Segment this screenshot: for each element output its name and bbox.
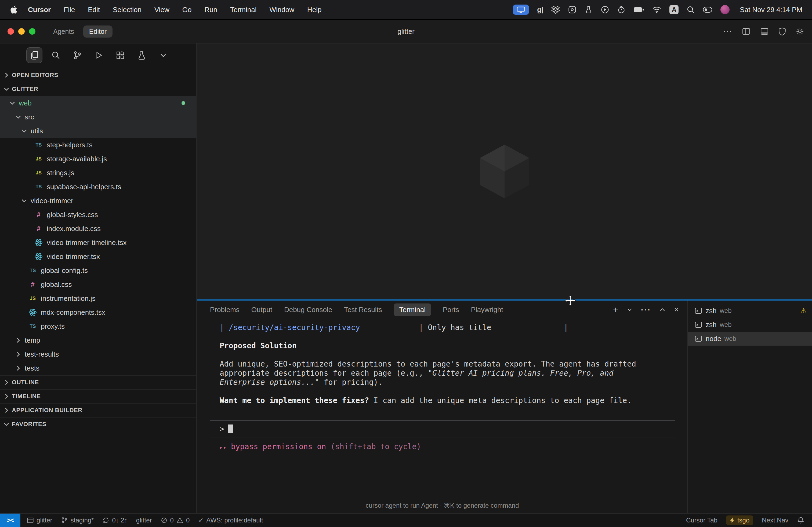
file-mdx-components-tsx[interactable]: mdx-components.tsx bbox=[0, 305, 196, 319]
file-index-module-css[interactable]: #index.module.css bbox=[0, 222, 196, 236]
activity-more-chevron-icon[interactable] bbox=[156, 48, 171, 63]
folder-src[interactable]: src bbox=[0, 110, 196, 124]
file-instrumentation-js[interactable]: JSinstrumentation.js bbox=[0, 291, 196, 305]
folder-web[interactable]: web bbox=[0, 96, 196, 110]
titlebar-more-button[interactable]: ··· bbox=[723, 27, 733, 36]
control-center-icon[interactable] bbox=[703, 6, 712, 13]
tab-debug-console[interactable]: Debug Console bbox=[284, 306, 332, 314]
terminal-dropdown-chevron-icon[interactable] bbox=[626, 306, 633, 313]
window-titlebar[interactable]: Agents Editor glitter ··· bbox=[0, 20, 812, 44]
menu-view[interactable]: View bbox=[155, 6, 170, 14]
section-glitter[interactable]: GLITTER bbox=[0, 82, 196, 96]
app-box-icon[interactable] bbox=[568, 5, 577, 14]
tab-problems[interactable]: Problems bbox=[210, 306, 240, 314]
activity-run-debug-icon[interactable] bbox=[91, 48, 106, 63]
terminal-session-node-2[interactable]: nodeweb bbox=[688, 332, 812, 346]
status-tsgo[interactable]: tsgo bbox=[726, 515, 753, 525]
menu-selection[interactable]: Selection bbox=[113, 6, 142, 14]
spotlight-icon[interactable] bbox=[686, 6, 695, 14]
tab-playwright[interactable]: Playwright bbox=[471, 306, 503, 314]
menu-cursor[interactable]: Cursor bbox=[28, 6, 51, 14]
section-application-builder[interactable]: APPLICATION BUILDER bbox=[0, 403, 196, 417]
file-step-helpers-ts[interactable]: TSstep-helpers.ts bbox=[0, 138, 196, 152]
menu-help[interactable]: Help bbox=[307, 6, 321, 14]
tab-test-results[interactable]: Test Results bbox=[344, 306, 382, 314]
notifications-bell[interactable] bbox=[797, 516, 804, 524]
file-supabase-api-helpers-ts[interactable]: TSsupabase-api-helpers.ts bbox=[0, 180, 196, 194]
dropbox-icon[interactable] bbox=[551, 5, 560, 14]
file-global-styles-css[interactable]: #global-styles.css bbox=[0, 208, 196, 222]
input-source-icon[interactable]: A bbox=[669, 5, 679, 14]
menu-go[interactable]: Go bbox=[182, 6, 192, 14]
activity-search-icon[interactable] bbox=[48, 48, 63, 63]
status-workspace[interactable]: glitter bbox=[27, 516, 52, 524]
status-next-nav[interactable]: Next.Nav bbox=[762, 516, 788, 524]
tab-terminal[interactable]: Terminal bbox=[394, 303, 431, 316]
status-aws[interactable]: ✓ AWS: profile:default bbox=[198, 516, 263, 524]
apple-menu[interactable] bbox=[10, 5, 17, 14]
new-terminal-button[interactable]: + bbox=[613, 304, 619, 315]
activity-source-control-icon[interactable] bbox=[70, 48, 85, 63]
play-circle-icon[interactable] bbox=[601, 5, 609, 14]
file-video-trimmer-timeline-tsx[interactable]: video-trimmer-timeline.tsx bbox=[0, 236, 196, 250]
tab-output[interactable]: Output bbox=[251, 306, 272, 314]
menubar-clock[interactable]: Sat Nov 29 4:14 PM bbox=[740, 6, 802, 14]
activity-extensions-icon[interactable] bbox=[113, 48, 128, 63]
panel-more-button[interactable]: ··· bbox=[641, 305, 651, 315]
section-favorites[interactable]: FAVORITES bbox=[0, 417, 196, 431]
minimize-window-button[interactable] bbox=[18, 28, 25, 35]
stopwatch-icon[interactable] bbox=[617, 5, 625, 14]
remote-indicator[interactable]: >< bbox=[0, 514, 20, 527]
terminal-content[interactable]: | /security/ai-security-privacy | Only h… bbox=[197, 319, 687, 513]
status-problems[interactable]: 0 0 bbox=[161, 516, 190, 524]
section-open-editors[interactable]: OPEN EDITORS bbox=[0, 68, 196, 82]
file-global-css[interactable]: #global.css bbox=[0, 277, 196, 291]
zoom-window-button[interactable] bbox=[29, 28, 35, 35]
terminal-session-zsh-0[interactable]: zshweb⚠ bbox=[688, 304, 812, 318]
status-project[interactable]: glitter bbox=[136, 516, 152, 524]
file-strings-js[interactable]: JSstrings.js bbox=[0, 166, 196, 180]
settings-gear-icon[interactable] bbox=[795, 27, 804, 36]
close-window-button[interactable] bbox=[8, 28, 14, 35]
file-global-config-ts[interactable]: TSglobal-config.ts bbox=[0, 264, 196, 277]
activity-testing-icon[interactable] bbox=[134, 48, 149, 63]
user-avatar-icon[interactable] bbox=[721, 5, 729, 14]
folder-test-results[interactable]: test-results bbox=[0, 347, 196, 361]
toggle-sidebar-icon[interactable] bbox=[742, 27, 751, 36]
folder-temp[interactable]: temp bbox=[0, 333, 196, 347]
status-cursor-tab[interactable]: Cursor Tab bbox=[686, 516, 717, 524]
menu-file[interactable]: File bbox=[64, 6, 75, 14]
status-branch[interactable]: staging* bbox=[61, 516, 94, 524]
folder-video-trimmer[interactable]: video-trimmer bbox=[0, 194, 196, 208]
shield-icon[interactable] bbox=[778, 27, 786, 36]
file-video-trimmer-tsx[interactable]: video-trimmer.tsx bbox=[0, 250, 196, 264]
battery-icon[interactable] bbox=[634, 6, 644, 13]
status-sync[interactable]: 0↓ 2↑ bbox=[102, 516, 127, 524]
menu-edit[interactable]: Edit bbox=[88, 6, 100, 14]
file-proxy-ts[interactable]: TSproxy.ts bbox=[0, 319, 196, 333]
menu-run[interactable]: Run bbox=[205, 6, 218, 14]
panel-maximize-chevron-icon[interactable] bbox=[659, 306, 666, 313]
editor-area[interactable] bbox=[197, 44, 812, 299]
tab-editor[interactable]: Editor bbox=[83, 26, 113, 37]
screen-recording-indicator[interactable] bbox=[513, 4, 529, 15]
terminal-footer-hint: cursor agent to run Agent · ⌘K to genera… bbox=[197, 502, 687, 509]
wifi-icon[interactable] bbox=[652, 6, 661, 13]
folder-tests[interactable]: tests bbox=[0, 361, 196, 375]
file-storage-available-js[interactable]: JSstorage-available.js bbox=[0, 152, 196, 166]
tab-agents[interactable]: Agents bbox=[47, 26, 80, 37]
menu-window[interactable]: Window bbox=[269, 6, 294, 14]
activity-explorer-icon[interactable] bbox=[27, 48, 42, 63]
section-timeline[interactable]: TIMELINE bbox=[0, 389, 196, 403]
panel-close-button[interactable]: × bbox=[674, 305, 679, 314]
flask-icon[interactable] bbox=[584, 5, 593, 14]
g-icon[interactable]: g| bbox=[537, 6, 543, 14]
terminal-input[interactable]: > bbox=[210, 420, 675, 437]
folder-utils[interactable]: utils bbox=[0, 124, 196, 138]
toggle-panel-icon[interactable] bbox=[760, 27, 769, 36]
tab-ports[interactable]: Ports bbox=[443, 306, 459, 314]
explorer-tree: OPEN EDITORSGLITTERwebsrcutilsTSstep-hel… bbox=[0, 66, 196, 431]
section-outline[interactable]: OUTLINE bbox=[0, 375, 196, 389]
menu-terminal[interactable]: Terminal bbox=[230, 6, 257, 14]
terminal-session-zsh-1[interactable]: zshweb bbox=[688, 318, 812, 332]
